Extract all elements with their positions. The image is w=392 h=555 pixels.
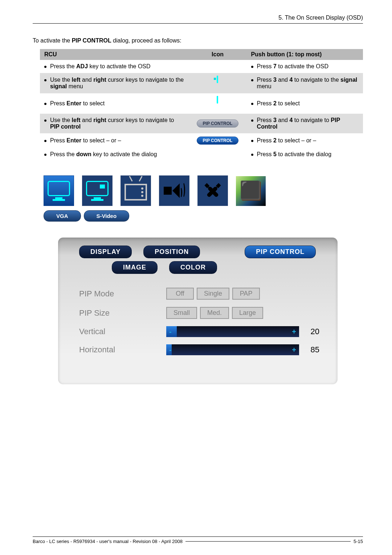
monitor-sub-icon — [209, 76, 225, 90]
source-tab-svideo[interactable]: S-Video — [84, 210, 130, 222]
slider-vertical[interactable]: - + — [166, 326, 299, 337]
puzzle-icon: ⬛ — [236, 176, 266, 206]
tab-pip-control[interactable]: PIP CONTROL — [245, 246, 316, 258]
th-rcu: RCU — [40, 49, 188, 60]
opt-size-large[interactable]: Large — [232, 307, 263, 319]
value-vertical: 20 — [305, 327, 319, 336]
row-pip-mode: PIP Mode Off Single PAP — [79, 288, 319, 300]
table-row: Use the left and right cursor keys to na… — [40, 114, 363, 133]
tab-position[interactable]: POSITION — [143, 246, 200, 258]
row-pip-size: PIP Size Small Med. Large — [79, 307, 319, 319]
speaker-icon — [164, 182, 185, 199]
puzzle-tile[interactable]: ⬛ — [236, 176, 266, 206]
monitor-sub-large-icon — [86, 181, 109, 201]
pip-control-tab-active-icon: PIP CONTROL — [197, 137, 239, 145]
monitor-large-icon — [48, 181, 70, 201]
label-pip-mode: PIP Mode — [79, 289, 166, 299]
slider-horizontal[interactable]: - + — [166, 344, 299, 355]
wrench-cross-icon — [203, 180, 222, 201]
table-row: Press Enter to select – or – PIP CONTROL… — [40, 133, 363, 148]
plus-icon: + — [292, 328, 296, 336]
minus-icon: - — [169, 346, 172, 354]
opt-mode-pap[interactable]: PAP — [232, 288, 260, 300]
opt-mode-off[interactable]: Off — [166, 288, 194, 300]
signal-tile[interactable] — [82, 175, 113, 206]
table-row: Press Enter to select Press 2 to select — [40, 93, 363, 114]
tab-color[interactable]: COLOR — [169, 261, 217, 274]
display-tile[interactable] — [44, 175, 74, 206]
tv-icon — [124, 181, 147, 200]
osd-icon-strip: ⬛ — [44, 175, 363, 206]
sound-tile[interactable] — [159, 175, 189, 206]
footer-page-number: 5-15 — [354, 539, 363, 544]
source-tabs: VGA S-Video — [44, 210, 363, 222]
settings-tile[interactable] — [197, 175, 228, 206]
pip-control-panel: DISPLAY POSITION PIP CONTROL IMAGE COLOR… — [58, 238, 338, 384]
table-row: Press the ADJ key to activate the OSD Pr… — [40, 60, 363, 73]
th-push: Push button (1: top most) — [247, 49, 363, 60]
row-vertical: Vertical - + 20 — [79, 326, 319, 337]
source-tab-vga[interactable]: VGA — [44, 210, 81, 222]
footer-left: Barco - LC series - R5976934 - user's ma… — [33, 539, 183, 544]
opt-size-med[interactable]: Med. — [200, 307, 229, 319]
opt-mode-single[interactable]: Single — [197, 288, 229, 300]
minus-icon: - — [169, 328, 172, 336]
table-row: Press the down key to activate the dialo… — [40, 148, 363, 161]
header-breadcrumb: 5. The On Screen Display (OSD) — [33, 15, 363, 24]
plus-icon: + — [292, 346, 296, 354]
procedure-table: RCU Icon Push button (1: top most) Press… — [40, 49, 363, 161]
label-vertical: Vertical — [79, 327, 166, 336]
pip-control-tab-icon: PIP CONTROL — [197, 119, 239, 127]
tv-tile[interactable] — [121, 175, 151, 206]
tab-image[interactable]: IMAGE — [112, 261, 158, 274]
page-footer: Barco - LC series - R5976934 - user's ma… — [33, 536, 363, 544]
tab-display[interactable]: DISPLAY — [79, 246, 132, 258]
label-pip-size: PIP Size — [79, 308, 166, 318]
opt-size-small[interactable]: Small — [166, 307, 197, 319]
th-icon: Icon — [188, 49, 246, 60]
table-row: Use the left and right cursor keys to na… — [40, 73, 363, 93]
value-horizontal: 85 — [305, 345, 319, 355]
label-horizontal: Horizontal — [79, 345, 166, 355]
monitor-icon — [209, 97, 225, 110]
row-horizontal: Horizontal - + 85 — [79, 344, 319, 355]
intro-text: To activate the PIP CONTROL dialog, proc… — [33, 37, 363, 44]
